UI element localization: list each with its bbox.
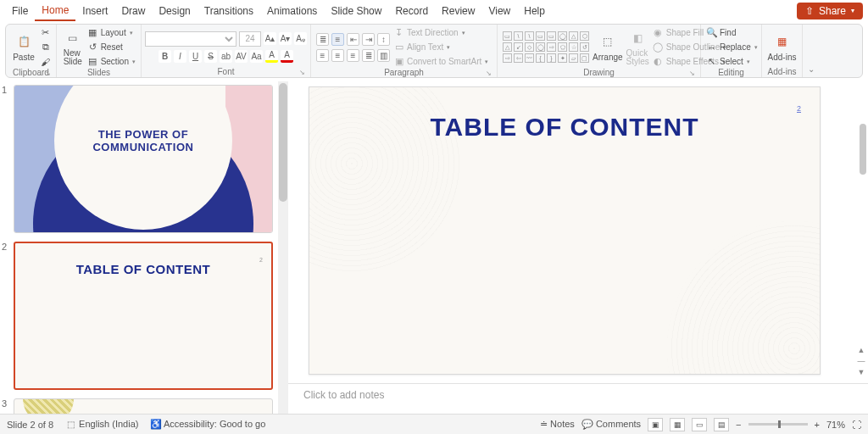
normal-view-button[interactable]: ▣ [648,418,663,431]
copy-button[interactable]: ⧉ [40,41,51,53]
paste-button[interactable]: 📋 Paste [11,28,36,67]
align-right-button[interactable]: ≡ [347,49,359,62]
launcher-icon[interactable]: ↘ [45,70,51,77]
align-left-button[interactable]: ≡ [316,49,329,62]
align-center-button[interactable]: ≡ [331,49,344,62]
menu-file[interactable]: File [5,2,35,20]
menu-slideshow[interactable]: Slide Show [324,2,388,20]
sorter-view-button[interactable]: ▦ [670,418,685,431]
underline-button[interactable]: U [189,50,202,63]
increase-font-button[interactable]: A▴ [264,32,276,45]
thumb-number: 1 [2,85,10,95]
language-indicator[interactable]: ⬚ English (India) [65,419,138,430]
comments-toggle[interactable]: 💬 Comments [581,419,641,430]
section-button[interactable]: ▤Section▾ [87,55,136,68]
menu-bar: File Home Insert Draw Design Transitions… [0,0,868,22]
decrease-indent-button[interactable]: ⇤ [347,33,359,46]
italic-button[interactable]: I [174,50,186,63]
slide-thumbnail-1[interactable]: THE POWER OFCOMMUNICATION [14,85,273,233]
change-case-button[interactable]: Aa [250,50,263,63]
zoom-in-button[interactable]: + [815,420,820,430]
quick-styles-button[interactable]: ◧ Quick Styles [626,28,649,67]
justify-button[interactable]: ≣ [362,49,375,62]
prev-slide-button[interactable]: ▲ [858,346,865,354]
group-paragraph: ≣ ≡ ⇤ ⇥ ↕ ≡ ≡ ≡ ≣ ▥ ↧Text Direction▾ ▭Al… [311,25,498,77]
addins-button[interactable]: ▦ Add-ins [767,27,797,66]
format-painter-button[interactable]: 🖌 [40,55,51,68]
ribbon: 📋 Paste ✂ ⧉ 🖌 Clipboard↘ ▭ New Slide ▦La… [5,24,863,78]
thumbnail-scrollbar[interactable] [278,81,288,414]
launcher-icon[interactable]: ↘ [299,69,305,76]
align-text-button[interactable]: ▭Align Text▾ [393,41,488,53]
bold-button[interactable]: B [159,50,171,63]
editor-scrollbar[interactable] [860,124,866,175]
language-icon: ⬚ [65,419,76,430]
menu-draw[interactable]: Draw [114,2,152,20]
bullets-button[interactable]: ≣ [316,33,329,46]
reading-view-button[interactable]: ▭ [692,418,707,431]
smartart-button[interactable]: ▣Convert to SmartArt▾ [393,55,488,68]
shapes-gallery[interactable]: ▭\\▭▭◯△⬡ △↙◇◯⇨⬠☆↺ ⇨⇦〰{}✦▱▢ [503,31,589,63]
menu-design[interactable]: Design [152,2,197,20]
group-label-font: Font↘ [147,67,305,77]
launcher-icon[interactable]: ↘ [689,70,695,77]
slide2-title: TABLE OF CONTENT [15,262,271,276]
line-spacing-button[interactable]: ↕ [377,33,390,46]
char-spacing-button[interactable]: AV [235,50,248,63]
menu-record[interactable]: Record [388,2,435,20]
font-name-select[interactable] [145,31,236,47]
scrollbar-handle[interactable] [279,83,287,202]
slide-canvas[interactable]: TABLE OF CONTENT 2 [309,86,821,375]
layout-button[interactable]: ▦Layout▾ [87,26,136,39]
menu-home[interactable]: Home [35,1,75,21]
copy-icon: ⧉ [40,42,51,53]
increase-indent-button[interactable]: ⇥ [362,33,375,46]
menu-transitions[interactable]: Transitions [198,2,260,20]
strike-button[interactable]: S [204,50,217,63]
smartart-icon: ▣ [393,56,404,67]
zoom-level[interactable]: 71% [826,420,845,430]
slide-thumbnail-2[interactable]: TABLE OF CONTENT 2 [14,242,273,390]
share-button[interactable]: ⇧ Share ▾ [797,3,863,19]
new-slide-button[interactable]: ▭ New Slide [62,28,84,67]
text-direction-button[interactable]: ↧Text Direction▾ [393,26,488,39]
next-slide-button[interactable]: ▼ [858,368,865,376]
zoom-slider[interactable] [748,423,808,426]
zoom-out-button[interactable]: − [736,420,741,430]
reset-button[interactable]: ↺Reset [87,41,136,53]
shadow-button[interactable]: ab [220,50,232,63]
notes-toggle[interactable]: ≐ Notes [540,419,575,430]
accessibility-status[interactable]: ♿ Accessibility: Good to go [150,419,265,430]
menu-animations[interactable]: Animations [260,2,324,20]
decrease-font-button[interactable]: A▾ [279,32,292,45]
menu-insert[interactable]: Insert [75,2,114,20]
fill-icon: ◉ [653,27,664,38]
addins-label: Add-ins [768,53,797,62]
replace-button[interactable]: ↔Replace▾ [706,41,758,53]
font-color-button[interactable]: A [281,50,293,63]
fit-to-window-button[interactable]: ⛶ [852,420,861,430]
menu-review[interactable]: Review [435,2,481,20]
cut-button[interactable]: ✂ [40,26,51,39]
find-button[interactable]: 🔍Find [706,26,758,39]
menu-help[interactable]: Help [517,2,552,20]
menu-view[interactable]: View [481,2,517,20]
font-size-input[interactable] [239,31,261,47]
notes-pane[interactable]: Click to add notes [288,383,868,414]
select-button[interactable]: ↖Select▾ [706,55,758,68]
clear-formatting-button[interactable]: Aᵩ [294,32,307,45]
group-font: A▴ A▾ Aᵩ B I U S ab AV Aa A A Font↘ [142,25,311,77]
arrange-button[interactable]: ⬚ Arrange [593,28,623,67]
slide-thumbnail-3[interactable] [14,398,273,414]
brush-icon: 🖌 [40,56,51,67]
slide-title[interactable]: TABLE OF CONTENT [309,113,820,142]
collapse-ribbon[interactable]: ⌄ [803,25,820,77]
scissors-icon: ✂ [40,27,51,38]
highlight-button[interactable]: A [265,50,278,63]
status-bar: Slide 2 of 8 ⬚ English (India) ♿ Accessi… [0,414,868,434]
launcher-icon[interactable]: ↘ [486,70,492,77]
columns-button[interactable]: ▥ [377,49,390,62]
numbering-button[interactable]: ≡ [331,33,344,46]
slideshow-view-button[interactable]: ▤ [714,418,729,431]
group-addins: ▦ Add-ins Add-ins [762,25,803,77]
